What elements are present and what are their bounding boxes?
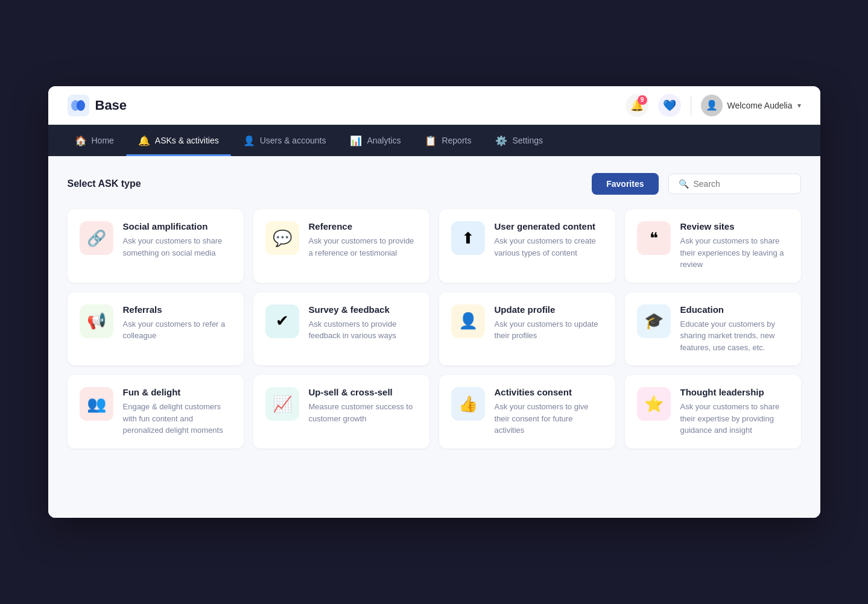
card-title: Up-sell & cross-sell bbox=[309, 387, 417, 397]
card-text: Survey & feedback Ask customers to provi… bbox=[309, 304, 417, 342]
card-title: Activities consent bbox=[495, 387, 603, 397]
users-icon: 👤 bbox=[243, 135, 255, 146]
card-icon-wrap: ✔ bbox=[265, 304, 299, 338]
card-icon-wrap: 📈 bbox=[265, 387, 299, 421]
svg-point-2 bbox=[77, 100, 85, 111]
chevron-down-icon: ▾ bbox=[797, 101, 801, 110]
page-header: Select ASK type Favorites 🔍 bbox=[68, 173, 801, 195]
avatar: 👤 bbox=[701, 95, 723, 116]
survey-feedback-icon: ✔ bbox=[276, 312, 289, 330]
logo-area: Base bbox=[68, 95, 127, 116]
header-right: 🔔 9 💙 👤 Welcome Audelia ▾ bbox=[626, 94, 801, 117]
card-text: Education Educate your customers by shar… bbox=[680, 304, 789, 354]
notification-button[interactable]: 🔔 9 bbox=[626, 94, 648, 117]
card-title: Review sites bbox=[680, 221, 789, 231]
card-survey-feedback[interactable]: ✔ Survey & feedback Ask customers to pro… bbox=[253, 292, 429, 366]
card-desc: Ask your customers to give their consent… bbox=[495, 401, 603, 436]
app-name: Base bbox=[95, 98, 127, 113]
activities-consent-icon: 👍 bbox=[458, 395, 478, 414]
card-title: Referrals bbox=[123, 304, 232, 315]
card-thought-leadership[interactable]: ⭐ Thought leadership Ask your customers … bbox=[625, 375, 801, 448]
card-desc: Measure customer success to customer gro… bbox=[309, 401, 417, 424]
user-generated-content-icon: ⬆ bbox=[461, 229, 475, 248]
card-icon-wrap: 🔗 bbox=[80, 221, 113, 255]
analytics-icon: 📊 bbox=[350, 135, 362, 146]
card-update-profile[interactable]: 👤 Update profile Ask your customers to u… bbox=[439, 292, 615, 366]
card-desc: Educate your customers by sharing market… bbox=[680, 318, 789, 354]
search-box: 🔍 bbox=[668, 174, 801, 194]
welcome-text: Welcome Audelia bbox=[727, 101, 793, 110]
search-input[interactable] bbox=[694, 179, 791, 189]
card-icon-wrap: ❝ bbox=[637, 221, 671, 255]
reference-icon: 💬 bbox=[273, 229, 292, 248]
card-text: User generated content Ask your customer… bbox=[495, 221, 603, 259]
nav-item-reports[interactable]: 📋 Reports bbox=[413, 125, 483, 156]
card-title: Survey & feedback bbox=[309, 304, 417, 315]
card-title: Update profile bbox=[495, 304, 603, 315]
card-education[interactable]: 🎓 Education Educate your customers by sh… bbox=[625, 292, 801, 366]
card-title: Social amplification bbox=[123, 221, 232, 231]
card-activities-consent[interactable]: 👍 Activities consent Ask your customers … bbox=[439, 375, 615, 448]
card-referrals[interactable]: 📢 Referrals Ask your customers to refer … bbox=[68, 292, 244, 366]
card-desc: Engage & delight customers with fun cont… bbox=[123, 401, 232, 436]
nav-bar: 🏠 Home 🔔 ASKs & activities 👤 Users & acc… bbox=[48, 125, 820, 156]
search-icon: 🔍 bbox=[679, 179, 689, 189]
card-social-amplification[interactable]: 🔗 Social amplification Ask your customer… bbox=[68, 209, 244, 283]
card-reference[interactable]: 💬 Reference Ask your customers to provid… bbox=[253, 209, 429, 283]
card-desc: Ask your customers to share their expert… bbox=[680, 401, 789, 436]
social-amplification-icon: 🔗 bbox=[87, 229, 106, 248]
card-upsell-crosssell[interactable]: 📈 Up-sell & cross-sell Measure customer … bbox=[253, 375, 429, 448]
card-icon-wrap: 👤 bbox=[451, 304, 485, 338]
nav-item-home[interactable]: 🏠 Home bbox=[63, 125, 126, 156]
heart-button[interactable]: 💙 bbox=[658, 94, 681, 117]
card-fun-delight[interactable]: 👥 Fun & delight Engage & delight custome… bbox=[68, 375, 244, 448]
nav-item-asks[interactable]: 🔔 ASKs & activities bbox=[126, 125, 231, 156]
education-icon: 🎓 bbox=[644, 312, 664, 330]
logo-icon bbox=[68, 95, 89, 116]
card-desc: Ask your customers to provide a referenc… bbox=[309, 235, 417, 259]
card-text: Referrals Ask your customers to refer a … bbox=[123, 304, 232, 342]
card-desc: Ask your customers to update their profi… bbox=[495, 318, 603, 342]
card-desc: Ask your customers to refer a colleague bbox=[123, 318, 232, 342]
card-text: Up-sell & cross-sell Measure customer su… bbox=[309, 387, 417, 424]
main-content: Select ASK type Favorites 🔍 🔗 Social amp… bbox=[48, 156, 820, 518]
card-text: Review sites Ask your customers to share… bbox=[680, 221, 789, 271]
review-sites-icon: ❝ bbox=[650, 229, 658, 248]
card-icon-wrap: 👥 bbox=[80, 387, 113, 421]
card-text: Activities consent Ask your customers to… bbox=[495, 387, 603, 436]
card-title: Education bbox=[680, 304, 789, 315]
asks-icon: 🔔 bbox=[138, 135, 150, 146]
user-menu[interactable]: 👤 Welcome Audelia ▾ bbox=[701, 95, 801, 116]
card-title: User generated content bbox=[495, 221, 603, 231]
card-title: Reference bbox=[309, 221, 417, 231]
notification-badge: 9 bbox=[638, 95, 647, 105]
header-actions: Favorites 🔍 bbox=[592, 173, 800, 195]
card-icon-wrap: ⬆ bbox=[451, 221, 485, 255]
card-text: Fun & delight Engage & delight customers… bbox=[123, 387, 232, 436]
card-desc: Ask your customers to create various typ… bbox=[495, 235, 603, 259]
card-desc: Ask your customers to share something on… bbox=[123, 235, 232, 259]
card-title: Thought leadership bbox=[680, 387, 789, 397]
card-user-generated-content[interactable]: ⬆ User generated content Ask your custom… bbox=[439, 209, 615, 283]
upsell-crosssell-icon: 📈 bbox=[273, 395, 292, 414]
header-divider bbox=[691, 96, 691, 115]
card-icon-wrap: 📢 bbox=[80, 304, 113, 338]
home-icon: 🏠 bbox=[75, 135, 87, 146]
card-text: Thought leadership Ask your customers to… bbox=[680, 387, 789, 436]
card-review-sites[interactable]: ❝ Review sites Ask your customers to sha… bbox=[625, 209, 801, 283]
settings-icon: ⚙️ bbox=[495, 135, 507, 146]
favorites-button[interactable]: Favorites bbox=[592, 173, 658, 195]
card-text: Reference Ask your customers to provide … bbox=[309, 221, 417, 259]
reports-icon: 📋 bbox=[425, 135, 437, 146]
card-desc: Ask customers to provide feedback in var… bbox=[309, 318, 417, 342]
referrals-icon: 📢 bbox=[87, 312, 106, 330]
card-desc: Ask your customers to share their experi… bbox=[680, 235, 789, 271]
update-profile-icon: 👤 bbox=[458, 312, 478, 330]
nav-item-analytics[interactable]: 📊 Analytics bbox=[338, 125, 413, 156]
thought-leadership-icon: ⭐ bbox=[644, 395, 664, 414]
page-title: Select ASK type bbox=[68, 178, 141, 189]
nav-item-users[interactable]: 👤 Users & accounts bbox=[231, 125, 338, 156]
nav-item-settings[interactable]: ⚙️ Settings bbox=[483, 125, 555, 156]
card-icon-wrap: 👍 bbox=[451, 387, 485, 421]
card-title: Fun & delight bbox=[123, 387, 232, 397]
